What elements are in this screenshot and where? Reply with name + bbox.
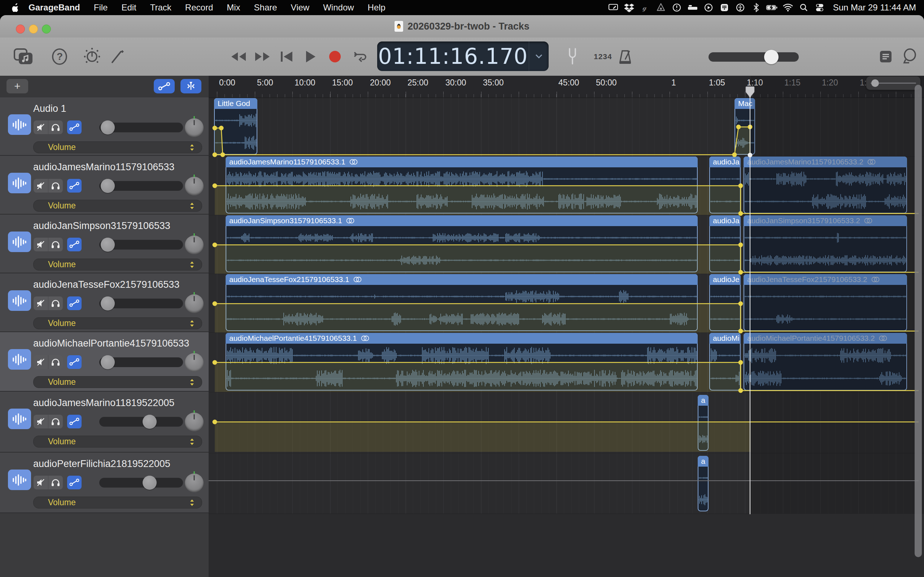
track-volume-thumb[interactable] xyxy=(142,415,157,429)
track-lanes[interactable]: Little GodMacaudioJamesMarino11579106533… xyxy=(208,97,924,577)
track-volume-thumb[interactable] xyxy=(101,355,115,369)
spotlight-search-icon[interactable] xyxy=(798,2,810,13)
track-volume-slider[interactable] xyxy=(99,478,183,488)
mute-button[interactable] xyxy=(34,415,48,429)
timeline[interactable]: Little GodMacaudioJamesMarino11579106533… xyxy=(208,76,924,577)
track-name[interactable]: Audio 1 xyxy=(33,103,203,114)
droplet-icon[interactable] xyxy=(655,2,667,13)
catch-playhead-button[interactable] xyxy=(181,79,201,93)
audio-region[interactable]: audioJamesMarino11579106533.1 xyxy=(226,156,698,213)
automation-parameter-select[interactable]: Volume xyxy=(33,200,202,212)
automation-parameter-select[interactable]: Volume xyxy=(33,141,202,153)
solo-button[interactable] xyxy=(48,179,63,193)
pan-knob[interactable] xyxy=(185,413,204,431)
track-name[interactable]: audioJamesMarino11819522005 xyxy=(33,397,203,409)
audio-region[interactable]: audioMi xyxy=(709,333,741,390)
record-icon[interactable] xyxy=(324,37,346,76)
audio-region[interactable]: audioJenaTesseFox21579106533.2 xyxy=(743,274,907,331)
bed-app-icon[interactable] xyxy=(687,2,699,13)
tuner-icon[interactable] xyxy=(562,37,583,76)
vertical-scrollbar[interactable] xyxy=(914,85,922,557)
track-volume-slider[interactable] xyxy=(99,357,183,367)
audio-region[interactable]: audioMichaelPortantie41579106533.1 xyxy=(226,333,698,390)
wifi-icon[interactable] xyxy=(782,2,794,13)
track-header[interactable]: audioMichaelPortantie41579106533 Volume xyxy=(0,332,208,392)
audio-region[interactable]: audioJanSimpson31579106533.1 xyxy=(226,215,698,272)
cycle-icon[interactable] xyxy=(347,37,370,76)
forward-icon[interactable] xyxy=(252,37,274,76)
horizontal-zoom-slider[interactable] xyxy=(866,76,921,90)
audio-region[interactable]: a xyxy=(698,395,709,451)
automation-parameter-select[interactable]: Volume xyxy=(33,436,202,448)
count-in-button[interactable]: 1234 xyxy=(594,37,612,76)
audio-region[interactable]: audioJe xyxy=(709,274,741,331)
track-automation-button[interactable] xyxy=(67,415,82,429)
audio-region[interactable]: audioMichaelPortantie41579106533.2 xyxy=(743,333,907,390)
alert-circle-icon[interactable] xyxy=(670,2,683,13)
loop-browser-icon[interactable] xyxy=(899,37,921,76)
track-volume-thumb[interactable] xyxy=(142,475,157,490)
track-automation-button[interactable] xyxy=(67,297,82,310)
audio-region[interactable]: a xyxy=(698,456,709,511)
track-name[interactable]: audioPeterFilichia21819522005 xyxy=(33,458,203,469)
track-volume-slider[interactable] xyxy=(99,298,183,308)
track-automation-button[interactable] xyxy=(67,475,82,489)
play-icon[interactable] xyxy=(300,37,320,76)
menu-help[interactable]: Help xyxy=(361,3,393,13)
mute-button[interactable] xyxy=(34,355,48,369)
lcd-display[interactable]: 01:11:16.170 xyxy=(377,42,549,71)
automation-parameter-select[interactable]: Volume xyxy=(33,259,202,271)
track-volume-slider[interactable] xyxy=(99,417,183,427)
track-automation-button[interactable] xyxy=(67,238,82,251)
solo-button[interactable] xyxy=(48,415,63,429)
master-volume-slider[interactable] xyxy=(709,52,799,62)
track-header[interactable]: audioPeterFilichia21819522005 Volume xyxy=(0,453,208,513)
time-ruler[interactable]: 0:005:0010:0015:0020:0025:0030:0035:0045… xyxy=(208,76,924,98)
track-automation-button[interactable] xyxy=(67,121,82,134)
rewind-icon[interactable] xyxy=(228,37,249,76)
track-volume-thumb[interactable] xyxy=(101,238,115,252)
audio-region[interactable]: audioJa xyxy=(709,156,741,213)
solo-button[interactable] xyxy=(48,238,63,251)
menu-mix[interactable]: Mix xyxy=(220,3,247,13)
audio-region[interactable]: Mac xyxy=(735,98,755,155)
knob-smart-controls-icon[interactable] xyxy=(79,37,105,76)
menu-view[interactable]: View xyxy=(284,3,317,13)
menu-file[interactable]: File xyxy=(87,3,115,13)
bluetooth-icon[interactable] xyxy=(750,2,762,13)
pan-knob[interactable] xyxy=(185,118,204,137)
track-volume-thumb[interactable] xyxy=(101,121,115,134)
playhead-marker[interactable] xyxy=(745,86,755,100)
audio-region[interactable]: Little God xyxy=(214,98,257,155)
control-center-icon[interactable] xyxy=(814,2,826,13)
track-volume-thumb[interactable] xyxy=(101,297,115,311)
lcd-mode-chevron-icon[interactable] xyxy=(529,42,549,71)
menu-share[interactable]: Share xyxy=(247,3,284,13)
menu-edit[interactable]: Edit xyxy=(115,3,143,13)
menu-track[interactable]: Track xyxy=(143,3,178,13)
mute-button[interactable] xyxy=(34,297,48,310)
pan-knob[interactable] xyxy=(185,353,204,372)
automation-parameter-select[interactable]: Volume xyxy=(33,318,202,329)
master-volume-knob[interactable] xyxy=(764,50,779,64)
keypad-icon[interactable] xyxy=(718,2,730,13)
media-browser-icon[interactable] xyxy=(11,37,36,76)
pan-knob[interactable] xyxy=(185,474,204,492)
dropbox-icon[interactable] xyxy=(623,2,635,13)
mute-button[interactable] xyxy=(34,179,48,193)
track-volume-slider[interactable] xyxy=(99,240,183,250)
track-volume-slider[interactable] xyxy=(99,181,183,191)
track-header[interactable]: audioJamesMarino11819522005 Volume xyxy=(0,392,208,453)
track-header[interactable]: Audio 1 Volume xyxy=(0,97,208,156)
pan-knob[interactable] xyxy=(185,177,204,195)
automation-parameter-select[interactable]: Volume xyxy=(33,496,202,508)
menu-record[interactable]: Record xyxy=(178,3,220,13)
track-volume-thumb[interactable] xyxy=(101,179,115,193)
menu-window[interactable]: Window xyxy=(316,3,360,13)
automation-parameter-select[interactable]: Volume xyxy=(33,376,202,388)
add-track-button[interactable]: + xyxy=(6,79,28,93)
notepad-icon[interactable] xyxy=(875,37,897,76)
solo-button[interactable] xyxy=(48,475,63,489)
track-automation-button[interactable] xyxy=(67,179,82,193)
audio-region[interactable]: audioJa xyxy=(709,215,741,272)
